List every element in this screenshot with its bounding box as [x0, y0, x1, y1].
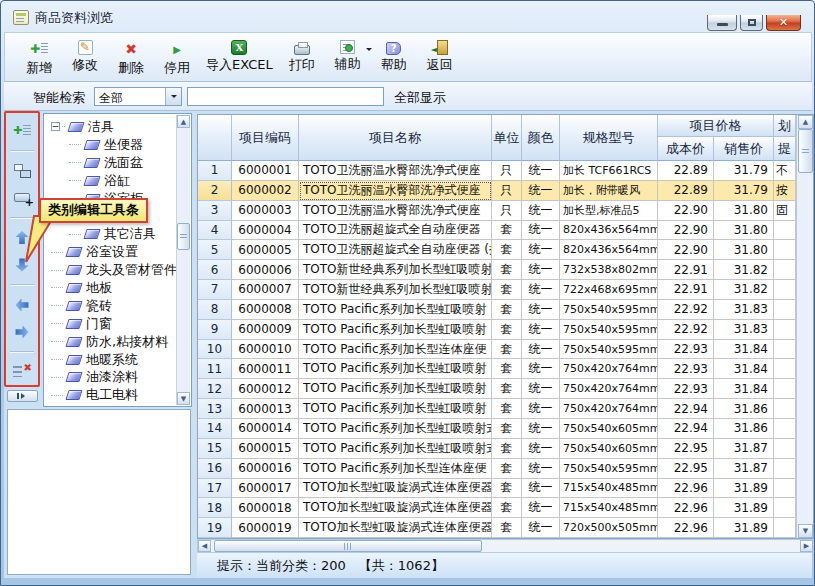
- tree-item[interactable]: 电工电料: [45, 386, 176, 404]
- tree-item[interactable]: 油漆涂料: [45, 368, 176, 386]
- header-color[interactable]: 颜色: [522, 115, 560, 161]
- search-bar: 智能检索 全部 全部显示: [4, 82, 812, 111]
- close-button[interactable]: ✕: [766, 15, 801, 31]
- cell-spec: 750x540x595mm (: [560, 320, 658, 340]
- table-row[interactable]: 5 6000005 TOTO卫洗丽超旋式全自动座便器 (扩 套 统一 820x4…: [198, 240, 796, 260]
- scroll-down-arrow-icon[interactable]: ▼: [798, 524, 813, 538]
- tree-item[interactable]: 洁具: [45, 118, 176, 136]
- tree-scrollbar-thumb[interactable]: [177, 223, 190, 250]
- tree-item[interactable]: 浴缸: [45, 172, 176, 190]
- header-extra-sub[interactable]: 提: [774, 137, 796, 161]
- combobox-dropdown-button[interactable]: [165, 88, 181, 105]
- table-row[interactable]: 14 6000014 TOTO Pacific系列加长型虹吸喷射式 套 统一 7…: [198, 419, 796, 439]
- toolbar-button-print[interactable]: 打印: [280, 36, 324, 77]
- tree-item[interactable]: 洗面盆: [45, 154, 176, 172]
- toolbar-button-help[interactable]: 帮助: [372, 36, 416, 77]
- move-left-icon: [15, 298, 29, 312]
- table-row[interactable]: 2 6000002 TOTO卫洗丽温水臀部洗净式便座 只 统一 加长，附带暖风 …: [198, 181, 796, 201]
- category-toolbar-item[interactable]: [5, 157, 39, 184]
- tree-item[interactable]: 地板: [45, 279, 176, 297]
- tree-scrollbar[interactable]: ▲ ▼: [176, 115, 190, 405]
- category-toolbar-item[interactable]: [5, 358, 39, 385]
- cell-cost: 22.95: [658, 439, 714, 459]
- tree-item[interactable]: 龙头及管材管件: [45, 261, 176, 279]
- table-scrollbar-thumb[interactable]: [798, 129, 813, 173]
- collapse-expander-icon[interactable]: [51, 122, 60, 131]
- header-code[interactable]: 项目编码: [232, 115, 299, 161]
- titlebar[interactable]: 商品资料浏览 ✕: [1, 1, 814, 31]
- panel-collapse-button[interactable]: [7, 390, 38, 402]
- table-vertical-scrollbar[interactable]: ▲ ▼: [796, 115, 813, 538]
- table-row[interactable]: 11 6000011 TOTO Pacific系列加长型虹吸喷射 套 统一 75…: [198, 359, 796, 379]
- header-sale[interactable]: 销售价: [714, 137, 774, 161]
- tree-item[interactable]: 瓷砖: [45, 297, 176, 315]
- cell-spec: 750x420x764mm (: [560, 399, 658, 419]
- cell-code: 6000015: [232, 439, 299, 459]
- cell-sale: 31.82: [714, 260, 774, 280]
- toolbar-button-aux[interactable]: 辅助: [326, 36, 370, 76]
- tree-item[interactable]: 其它洁具: [45, 225, 176, 243]
- table-row[interactable]: 8 6000008 TOTO Pacific系列加长型虹吸喷射 套 统一 750…: [198, 300, 796, 320]
- scroll-up-arrow-icon[interactable]: ▲: [798, 115, 813, 129]
- header-unit[interactable]: 单位: [492, 115, 522, 161]
- table-row[interactable]: 4 6000004 TOTO卫洗丽超旋式全自动座便器 套 统一 820x436x…: [198, 221, 796, 241]
- tree-connector: [51, 395, 63, 396]
- toolbar-button-add[interactable]: 新增: [17, 36, 61, 80]
- table-row[interactable]: 10 6000010 TOTO Pacific系列加长型连体座便 套 统一 75…: [198, 340, 796, 360]
- cell-name: TOTO Pacific系列加长型虹吸喷射式: [299, 439, 492, 459]
- scroll-right-arrow-icon[interactable]: ▶: [800, 540, 813, 552]
- restore-button[interactable]: [740, 15, 763, 31]
- table-row[interactable]: 16 6000016 TOTO Pacific系列加长型连体座便 套 统一 75…: [198, 459, 796, 479]
- header-price-group-label[interactable]: 项目价格: [658, 115, 774, 137]
- table-row[interactable]: 13 6000013 TOTO Pacific系列加长型虹吸喷射 套 统一 75…: [198, 399, 796, 419]
- toolbar-button-label: 修改: [72, 56, 98, 74]
- category-toolbar-item[interactable]: [5, 318, 39, 345]
- header-rownum[interactable]: [198, 115, 232, 161]
- tree-item[interactable]: 地暖系统: [45, 351, 176, 369]
- header-cost[interactable]: 成本价: [658, 137, 714, 161]
- table-row[interactable]: 18 6000018 TOTO加长型虹吸旋涡式连体座便器 套 统一 715x54…: [198, 498, 796, 518]
- hscrollbar-thumb[interactable]: [214, 540, 482, 552]
- toolbar-button-edit[interactable]: 修改: [63, 36, 107, 77]
- show-all-label[interactable]: 全部显示: [394, 89, 446, 107]
- tree-item[interactable]: 防水,粘接材料: [45, 333, 176, 351]
- cell-unit: 套: [492, 479, 522, 499]
- header-name[interactable]: 项目名称: [299, 115, 492, 161]
- scroll-down-arrow-icon[interactable]: ▼: [177, 392, 190, 405]
- exit-door-icon: [437, 40, 448, 55]
- cell-rownum: 13: [198, 399, 232, 419]
- search-scope-combobox[interactable]: 全部: [94, 87, 182, 106]
- table-row[interactable]: 17 6000017 TOTO加长型虹吸旋涡式连体座便器 套 统一 715x54…: [198, 479, 796, 499]
- table-row[interactable]: 6 6000006 TOTO新世经典系列加长型虹吸喷射 套 统一 732x538…: [198, 260, 796, 280]
- category-toolbar-item[interactable]: [5, 184, 39, 211]
- table-row[interactable]: 3 6000003 TOTO卫洗丽温水臀部洗净式便座 只 统一 加长型,标准品5…: [198, 201, 796, 221]
- minimize-button[interactable]: [707, 15, 737, 31]
- scroll-up-arrow-icon[interactable]: ▲: [177, 115, 190, 128]
- dropdown-arrow-icon[interactable]: [366, 48, 372, 54]
- tree-item[interactable]: 浴室设置: [45, 243, 176, 261]
- table-row[interactable]: 1 6000001 TOTO卫洗丽温水臀部洗净式便座 只 统一 加长 TCF66…: [198, 161, 796, 181]
- table-row[interactable]: 15 6000015 TOTO Pacific系列加长型虹吸喷射式 套 统一 7…: [198, 439, 796, 459]
- scroll-left-arrow-icon[interactable]: ◀: [198, 540, 211, 552]
- cell-sale: 31.79: [714, 181, 774, 201]
- table-row[interactable]: 12 6000012 TOTO Pacific系列加长型虹吸喷射 套 统一 75…: [198, 379, 796, 399]
- toolbar-button-return[interactable]: 返回: [418, 36, 462, 77]
- cell-unit: 套: [492, 221, 522, 241]
- tree-item[interactable]: 坐便器: [45, 136, 176, 154]
- tree-item[interactable]: 门窗: [45, 315, 176, 333]
- table-horizontal-scrollbar[interactable]: ◀ ▶: [197, 539, 814, 553]
- cell-rownum: 2: [198, 181, 232, 201]
- toolbar-button-delete[interactable]: 删除: [109, 36, 153, 80]
- header-spec[interactable]: 规格型号: [560, 115, 658, 161]
- header-extra-group-label[interactable]: 划: [774, 115, 796, 137]
- category-toolbar-item[interactable]: [5, 117, 39, 144]
- cell-extra: [774, 518, 796, 538]
- table-row[interactable]: 9 6000009 TOTO Pacific系列加长型虹吸喷射 套 统一 750…: [198, 320, 796, 340]
- toolbar-button-excel[interactable]: 导入EXCEL: [201, 36, 278, 77]
- table-row[interactable]: 19 6000019 TOTO加长型虹吸旋涡式连体座便器 套 统一 720x50…: [198, 518, 796, 538]
- search-input[interactable]: [187, 87, 384, 106]
- delete-x-icon: [121, 40, 141, 58]
- table-row[interactable]: 7 6000007 TOTO新世经典系列加长型虹吸喷射 套 统一 722x468…: [198, 280, 796, 300]
- category-toolbar-item[interactable]: [5, 291, 39, 318]
- toolbar-button-disable[interactable]: 停用: [155, 36, 199, 80]
